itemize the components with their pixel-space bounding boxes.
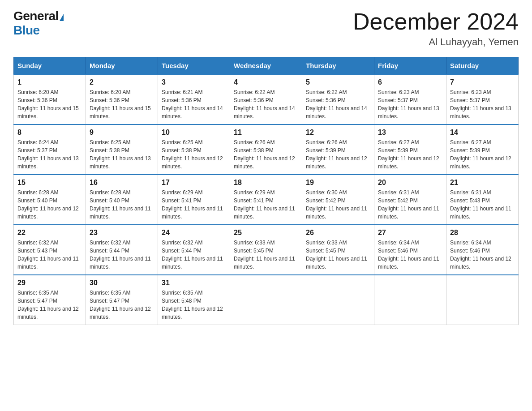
day-number: 28	[450, 229, 515, 237]
day-info: Sunrise: 6:28 AMSunset: 5:40 PMDaylight:…	[17, 188, 82, 221]
calendar-cell: 1Sunrise: 6:20 AMSunset: 5:36 PMDaylight…	[14, 74, 86, 124]
day-info: Sunrise: 6:20 AMSunset: 5:36 PMDaylight:…	[90, 88, 154, 120]
day-info: Sunrise: 6:27 AMSunset: 5:39 PMDaylight:…	[378, 138, 442, 171]
day-info: Sunrise: 6:31 AMSunset: 5:43 PMDaylight:…	[450, 188, 515, 221]
day-number: 14	[450, 128, 515, 137]
calendar-cell: 12Sunrise: 6:26 AMSunset: 5:39 PMDayligh…	[302, 124, 374, 175]
calendar-cell: 6Sunrise: 6:23 AMSunset: 5:37 PMDaylight…	[374, 74, 446, 124]
column-header-wednesday: Wednesday	[230, 57, 302, 75]
day-number: 31	[162, 279, 226, 287]
day-info: Sunrise: 6:27 AMSunset: 5:39 PMDaylight:…	[450, 138, 515, 171]
calendar-cell: 2Sunrise: 6:20 AMSunset: 5:36 PMDaylight…	[86, 74, 158, 124]
column-header-friday: Friday	[374, 57, 446, 75]
day-info: Sunrise: 6:25 AMSunset: 5:38 PMDaylight:…	[162, 138, 226, 171]
calendar-cell	[302, 275, 374, 325]
calendar-cell: 30Sunrise: 6:35 AMSunset: 5:47 PMDayligh…	[86, 275, 158, 325]
day-number: 20	[378, 179, 442, 187]
day-number: 2	[90, 78, 154, 86]
location-title: Al Luhayyah, Yemen	[353, 36, 519, 48]
calendar-cell: 20Sunrise: 6:31 AMSunset: 5:42 PMDayligh…	[374, 175, 446, 225]
day-number: 7	[450, 78, 515, 86]
calendar-cell: 23Sunrise: 6:32 AMSunset: 5:44 PMDayligh…	[86, 225, 158, 275]
calendar-week-row: 22Sunrise: 6:32 AMSunset: 5:43 PMDayligh…	[14, 225, 519, 275]
day-number: 10	[162, 128, 226, 137]
column-header-monday: Monday	[86, 57, 158, 75]
day-info: Sunrise: 6:35 AMSunset: 5:47 PMDaylight:…	[17, 289, 82, 321]
day-info: Sunrise: 6:29 AMSunset: 5:41 PMDaylight:…	[162, 188, 226, 221]
calendar-week-row: 1Sunrise: 6:20 AMSunset: 5:36 PMDaylight…	[14, 74, 519, 124]
day-number: 29	[17, 279, 82, 287]
day-number: 9	[90, 128, 154, 137]
calendar-cell: 15Sunrise: 6:28 AMSunset: 5:40 PMDayligh…	[14, 175, 86, 225]
day-number: 15	[17, 179, 82, 187]
calendar-cell: 9Sunrise: 6:25 AMSunset: 5:38 PMDaylight…	[86, 124, 158, 175]
day-info: Sunrise: 6:22 AMSunset: 5:36 PMDaylight:…	[234, 88, 298, 120]
day-info: Sunrise: 6:32 AMSunset: 5:44 PMDaylight:…	[162, 239, 226, 271]
day-number: 6	[378, 78, 442, 86]
day-info: Sunrise: 6:26 AMSunset: 5:38 PMDaylight:…	[234, 138, 298, 171]
calendar-week-row: 8Sunrise: 6:24 AMSunset: 5:37 PMDaylight…	[14, 124, 519, 175]
day-info: Sunrise: 6:35 AMSunset: 5:48 PMDaylight:…	[162, 289, 226, 321]
day-info: Sunrise: 6:26 AMSunset: 5:39 PMDaylight:…	[306, 138, 370, 171]
calendar-cell: 28Sunrise: 6:34 AMSunset: 5:46 PMDayligh…	[446, 225, 519, 275]
day-info: Sunrise: 6:32 AMSunset: 5:44 PMDaylight:…	[90, 239, 154, 271]
day-info: Sunrise: 6:34 AMSunset: 5:46 PMDaylight:…	[450, 239, 515, 271]
calendar-cell: 5Sunrise: 6:22 AMSunset: 5:36 PMDaylight…	[302, 74, 374, 124]
day-info: Sunrise: 6:21 AMSunset: 5:36 PMDaylight:…	[162, 88, 226, 120]
day-info: Sunrise: 6:33 AMSunset: 5:45 PMDaylight:…	[234, 239, 298, 271]
calendar-cell: 18Sunrise: 6:29 AMSunset: 5:41 PMDayligh…	[230, 175, 302, 225]
calendar-cell: 27Sunrise: 6:34 AMSunset: 5:46 PMDayligh…	[374, 225, 446, 275]
day-number: 23	[90, 229, 154, 237]
day-info: Sunrise: 6:31 AMSunset: 5:42 PMDaylight:…	[378, 188, 442, 221]
day-info: Sunrise: 6:23 AMSunset: 5:37 PMDaylight:…	[378, 88, 442, 120]
page-header: General Blue December 2024 Al Luhayyah, …	[13, 9, 519, 48]
day-number: 30	[90, 279, 154, 287]
calendar-cell: 22Sunrise: 6:32 AMSunset: 5:43 PMDayligh…	[14, 225, 86, 275]
day-number: 4	[234, 78, 298, 86]
calendar-cell: 29Sunrise: 6:35 AMSunset: 5:47 PMDayligh…	[14, 275, 86, 325]
day-number: 1	[17, 78, 82, 86]
day-number: 26	[306, 229, 370, 237]
day-number: 16	[90, 179, 154, 187]
day-number: 25	[234, 229, 298, 237]
calendar-cell	[446, 275, 519, 325]
day-number: 11	[234, 128, 298, 137]
calendar-cell	[374, 275, 446, 325]
day-info: Sunrise: 6:25 AMSunset: 5:38 PMDaylight:…	[90, 138, 154, 171]
day-number: 18	[234, 179, 298, 187]
calendar-cell: 24Sunrise: 6:32 AMSunset: 5:44 PMDayligh…	[158, 225, 230, 275]
day-info: Sunrise: 6:32 AMSunset: 5:43 PMDaylight:…	[17, 239, 82, 271]
calendar-week-row: 29Sunrise: 6:35 AMSunset: 5:47 PMDayligh…	[14, 275, 519, 325]
calendar-header-row: SundayMondayTuesdayWednesdayThursdayFrid…	[14, 57, 519, 75]
day-info: Sunrise: 6:23 AMSunset: 5:37 PMDaylight:…	[450, 88, 515, 120]
day-info: Sunrise: 6:20 AMSunset: 5:36 PMDaylight:…	[17, 88, 82, 120]
calendar-table: SundayMondayTuesdayWednesdayThursdayFrid…	[13, 57, 519, 325]
column-header-saturday: Saturday	[446, 57, 519, 75]
calendar-cell: 11Sunrise: 6:26 AMSunset: 5:38 PMDayligh…	[230, 124, 302, 175]
day-info: Sunrise: 6:29 AMSunset: 5:41 PMDaylight:…	[234, 188, 298, 221]
calendar-cell: 13Sunrise: 6:27 AMSunset: 5:39 PMDayligh…	[374, 124, 446, 175]
calendar-week-row: 15Sunrise: 6:28 AMSunset: 5:40 PMDayligh…	[14, 175, 519, 225]
calendar-cell	[230, 275, 302, 325]
day-number: 19	[306, 179, 370, 187]
day-info: Sunrise: 6:33 AMSunset: 5:45 PMDaylight:…	[306, 239, 370, 271]
day-info: Sunrise: 6:22 AMSunset: 5:36 PMDaylight:…	[306, 88, 370, 120]
column-header-tuesday: Tuesday	[158, 57, 230, 75]
calendar-cell: 8Sunrise: 6:24 AMSunset: 5:37 PMDaylight…	[14, 124, 86, 175]
day-number: 27	[378, 229, 442, 237]
title-section: December 2024 Al Luhayyah, Yemen	[353, 9, 519, 48]
calendar-cell: 16Sunrise: 6:28 AMSunset: 5:40 PMDayligh…	[86, 175, 158, 225]
day-number: 22	[17, 229, 82, 237]
day-info: Sunrise: 6:28 AMSunset: 5:40 PMDaylight:…	[90, 188, 154, 221]
day-number: 17	[162, 179, 226, 187]
logo-triangle-icon	[60, 14, 64, 21]
logo: General Blue	[13, 9, 64, 38]
month-title: December 2024	[353, 9, 519, 34]
day-info: Sunrise: 6:35 AMSunset: 5:47 PMDaylight:…	[90, 289, 154, 321]
day-info: Sunrise: 6:24 AMSunset: 5:37 PMDaylight:…	[17, 138, 82, 171]
column-header-thursday: Thursday	[302, 57, 374, 75]
calendar-cell: 4Sunrise: 6:22 AMSunset: 5:36 PMDaylight…	[230, 74, 302, 124]
calendar-cell: 19Sunrise: 6:30 AMSunset: 5:42 PMDayligh…	[302, 175, 374, 225]
day-number: 21	[450, 179, 515, 187]
day-number: 13	[378, 128, 442, 137]
